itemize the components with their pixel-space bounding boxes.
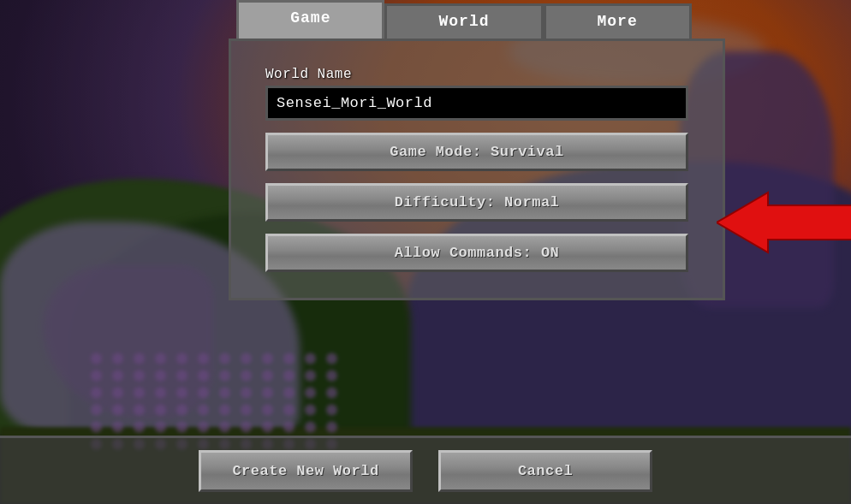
tab-game[interactable]: Game <box>236 0 384 39</box>
svg-marker-0 <box>717 193 851 252</box>
bottom-bar: Create New World Cancel <box>0 436 851 504</box>
panel-wrapper: World Name Sensei_Mori_World Game Mode: … <box>229 39 725 300</box>
world-name-input[interactable]: Sensei_Mori_World <box>265 86 688 121</box>
game-mode-button[interactable]: Game Mode: Survival <box>265 133 688 171</box>
tab-bar: Game World More <box>236 0 691 39</box>
settings-panel: World Name Sensei_Mori_World Game Mode: … <box>229 39 725 300</box>
tab-more[interactable]: More <box>544 3 692 39</box>
create-world-button[interactable]: Create New World <box>199 450 413 492</box>
arrow-container <box>717 188 851 261</box>
world-name-label: World Name <box>265 67 688 82</box>
difficulty-button[interactable]: Difficulty: Normal <box>265 183 688 222</box>
red-arrow-icon <box>717 188 851 257</box>
allow-commands-button[interactable]: Allow Commands: ON <box>265 234 688 272</box>
cancel-button[interactable]: Cancel <box>438 450 652 492</box>
dialog: Game World More World Name Sensei_Mori_W… <box>103 0 851 504</box>
world-name-section: World Name Sensei_Mori_World <box>265 67 688 121</box>
tab-world[interactable]: World <box>384 3 543 39</box>
